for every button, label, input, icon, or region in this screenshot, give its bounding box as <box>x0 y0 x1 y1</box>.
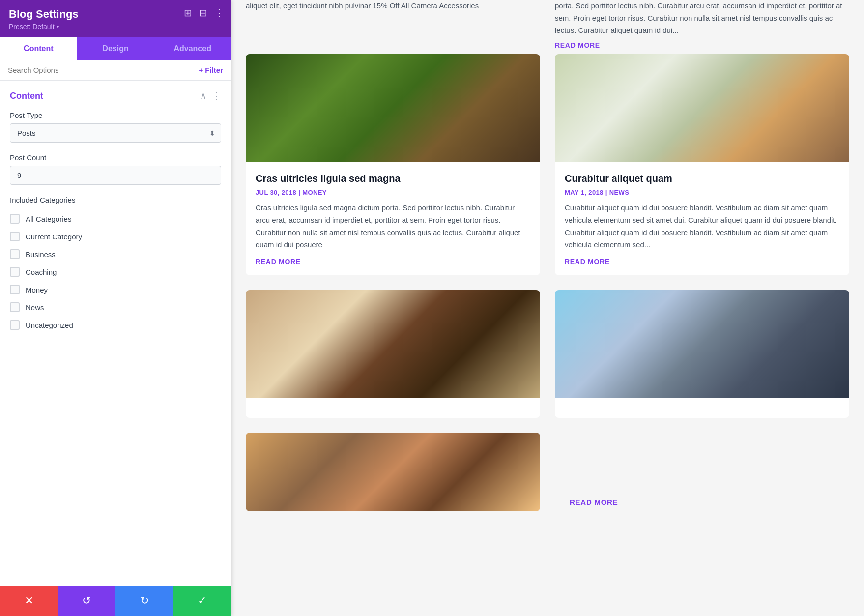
post-count-input[interactable] <box>10 166 221 185</box>
preset-dropdown-arrow: ▾ <box>57 24 59 29</box>
category-name: News <box>26 303 44 312</box>
search-input[interactable] <box>8 66 194 74</box>
category-name: Money <box>26 286 48 294</box>
category-name: Business <box>26 250 56 259</box>
category-name: Uncategorized <box>26 321 73 329</box>
blog-grid: Cras ultricies ligula sed magna JUL 30, … <box>231 49 864 433</box>
list-item: Coaching <box>10 263 221 281</box>
panel-content: Content ∧ ⋮ Post Type Posts Pages Custom… <box>0 81 231 586</box>
post-count-label: Post Count <box>10 153 221 162</box>
search-bar: + Filter <box>0 60 231 81</box>
panel-tabs: Content Design Advanced <box>0 37 231 60</box>
blog-post-excerpt: Curabitur aliquet quam id dui posuere bl… <box>565 202 839 251</box>
blog-post-body: Curabitur aliquet quam MAY 1, 2018 | NEW… <box>555 162 849 275</box>
panel-preset[interactable]: Preset: Default ▾ <box>9 23 222 30</box>
news-checkbox[interactable] <box>10 302 20 312</box>
blog-post-card: Curabitur aliquet quam MAY 1, 2018 | NEW… <box>555 54 849 275</box>
category-name: Coaching <box>26 268 57 276</box>
blog-post-body <box>555 398 849 418</box>
tab-advanced[interactable]: Advanced <box>154 37 231 60</box>
bottom-read-more[interactable]: READ MORE <box>555 498 633 511</box>
blog-post-body: Cras ultricies ligula sed magna JUL 30, … <box>246 162 540 275</box>
collapse-icon[interactable]: ∧ <box>200 90 206 101</box>
blog-post-image <box>246 290 540 398</box>
coaching-checkbox[interactable] <box>10 267 20 277</box>
panel-header: Blog Settings Preset: Default ▾ ⊞ ⊟ ⋮ <box>0 0 231 37</box>
list-item: Current Category <box>10 228 221 245</box>
blog-content-area: aliquet elit, eget tincidunt nibh pulvin… <box>231 0 864 616</box>
list-item: Business <box>10 245 221 263</box>
blog-post-meta: JUL 30, 2018 | MONEY <box>256 189 530 196</box>
blog-post-excerpt: Cras ultricies ligula sed magna dictum p… <box>256 202 530 251</box>
money-checkbox[interactable] <box>10 285 20 294</box>
action-bar: ✕ ↺ ↻ ✓ <box>0 586 231 616</box>
blog-post-image <box>555 54 849 162</box>
section-more-icon[interactable]: ⋮ <box>212 90 221 101</box>
blog-post-meta: MAY 1, 2018 | NEWS <box>565 189 839 196</box>
cancel-button[interactable]: ✕ <box>0 586 58 616</box>
all-categories-checkbox[interactable] <box>10 214 20 224</box>
tab-design[interactable]: Design <box>77 37 154 60</box>
blog-settings-panel: Blog Settings Preset: Default ▾ ⊞ ⊟ ⋮ Co… <box>0 0 231 616</box>
list-item: Uncategorized <box>10 316 221 334</box>
list-item: All Categories <box>10 210 221 228</box>
post-type-label: Post Type <box>10 111 221 119</box>
blog-post-body <box>246 398 540 418</box>
content-section-header: Content ∧ ⋮ <box>10 90 221 101</box>
partial-post-image <box>246 433 540 511</box>
blog-post-title: Cras ultricies ligula sed magna <box>256 172 530 185</box>
columns-icon[interactable]: ⊟ <box>199 7 207 19</box>
more-options-icon[interactable]: ⋮ <box>214 7 224 19</box>
category-name: All Categories <box>26 215 71 223</box>
current-category-checkbox[interactable] <box>10 232 20 241</box>
included-categories-field: Included Categories All Categories Curre… <box>10 196 221 334</box>
list-item: News <box>10 298 221 316</box>
section-title: Content <box>10 91 43 101</box>
filter-button[interactable]: + Filter <box>199 66 223 74</box>
blog-post-title: Curabitur aliquet quam <box>565 172 839 185</box>
read-more-link[interactable]: READ MORE <box>256 258 530 265</box>
included-categories-label: Included Categories <box>10 196 221 204</box>
panel-header-icons: ⊞ ⊟ ⋮ <box>184 7 224 19</box>
list-item: Money <box>10 281 221 298</box>
post-count-field: Post Count <box>10 153 221 185</box>
post-type-select[interactable]: Posts Pages Custom <box>10 123 221 143</box>
focus-icon[interactable]: ⊞ <box>184 7 192 19</box>
uncategorized-checkbox[interactable] <box>10 320 20 330</box>
category-name: Current Category <box>26 233 82 241</box>
right-top-excerpt: porta. Sed porttitor lectus nibh. Curabi… <box>555 0 849 36</box>
read-more-link[interactable]: READ MORE <box>565 258 839 265</box>
tab-content[interactable]: Content <box>0 37 77 60</box>
category-list: All Categories Current Category Business… <box>10 210 221 334</box>
post-type-select-wrapper: Posts Pages Custom <box>10 123 221 143</box>
section-controls: ∧ ⋮ <box>200 90 221 101</box>
business-checkbox[interactable] <box>10 249 20 259</box>
blog-post-card <box>246 290 540 418</box>
blog-post-image <box>555 290 849 398</box>
blog-post-card: Cras ultricies ligula sed magna JUL 30, … <box>246 54 540 275</box>
post-type-field: Post Type Posts Pages Custom <box>10 111 221 143</box>
redo-button[interactable]: ↻ <box>115 586 173 616</box>
promo-text: aliquet elit, eget tincidunt nibh pulvin… <box>246 0 540 16</box>
right-top-read-more[interactable]: READ MORE <box>555 41 849 49</box>
undo-button[interactable]: ↺ <box>58 586 116 616</box>
save-button[interactable]: ✓ <box>173 586 231 616</box>
blog-post-image <box>246 54 540 162</box>
blog-post-card <box>555 290 849 418</box>
